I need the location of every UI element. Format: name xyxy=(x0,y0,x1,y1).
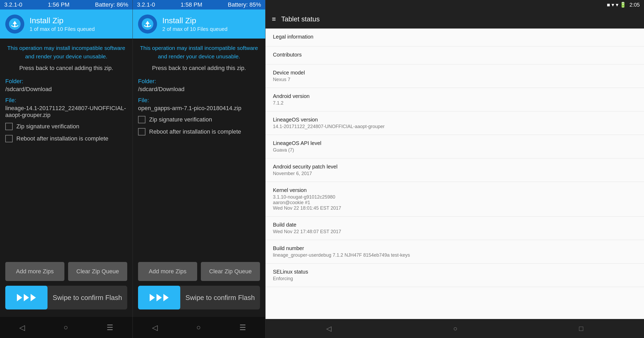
item-value: Enforcing xyxy=(273,276,637,281)
item-label: Legal information xyxy=(273,34,637,40)
panel-2: 3.2.1-0 1:58 PM Battery: 85% Install Zip… xyxy=(133,0,266,338)
item-value: November 6, 2017 xyxy=(273,171,637,176)
version-2: 3.2.1-0 xyxy=(137,1,155,8)
file-label-1: File: xyxy=(5,97,127,104)
home-icon-2[interactable]: ○ xyxy=(196,323,201,332)
list-item: LineageOS version 14.1-20171122_224807-U… xyxy=(266,111,644,135)
checkbox-row-2b: Reboot after installation is complete xyxy=(138,128,260,135)
clear-zip-queue-button-1[interactable]: Clear Zip Queue xyxy=(68,262,127,281)
home-icon-1[interactable]: ○ xyxy=(64,323,68,332)
zip-sig-label-2: Zip signature verification xyxy=(149,116,212,123)
time-2: 1:58 PM xyxy=(181,1,202,8)
title-sub-1: 1 of max of 10 Files queued xyxy=(30,26,95,32)
list-item: Legal information xyxy=(266,29,644,46)
recents-icon-1[interactable]: ☰ xyxy=(107,323,113,332)
list-item: Kernel version 3.1.10-nougat-g91012c2598… xyxy=(266,182,644,217)
file-label-2: File: xyxy=(138,97,260,104)
warning-text-1: This operation may install incompatible … xyxy=(5,44,127,60)
battery-2: Battery: 85% xyxy=(228,1,261,8)
item-label: LineageOS API level xyxy=(273,140,637,146)
tablet-status-icons: ■ ▾ ▾ 🔋 xyxy=(607,2,626,8)
app-title-1: Install Zip 1 of max of 10 Files queued xyxy=(30,16,95,32)
reboot-label-2: Reboot after installation is complete xyxy=(149,128,241,135)
play-arrow-1a xyxy=(17,294,22,301)
list-item: Android version 7.1.2 xyxy=(266,88,644,111)
tablet-recents-icon[interactable]: □ xyxy=(579,325,583,333)
item-value: 7.1.2 xyxy=(273,100,637,106)
item-value: Wed Nov 22 17:48:07 EST 2017 xyxy=(273,229,637,234)
swipe-confirm-button-2[interactable]: Swipe to confirm Flash xyxy=(138,286,260,309)
list-item: Build number lineage_grouper-userdebug 7… xyxy=(266,240,644,264)
version-1: 3.2.1-0 xyxy=(4,1,22,8)
list-item: Android security patch level November 6,… xyxy=(266,158,644,182)
folder-label-1: Folder: xyxy=(5,78,127,85)
item-value: Guava (7) xyxy=(273,147,637,153)
tablet-panel: ■ ▾ ▾ 🔋 2:05 ≡ Tablet status Legal infor… xyxy=(266,0,644,338)
item-label: Android version xyxy=(273,93,637,99)
add-more-zips-button-2[interactable]: Add more Zips xyxy=(138,262,197,281)
app-header-2: Install Zip 2 of max of 10 Files queued xyxy=(133,10,265,39)
hamburger-menu-icon[interactable]: ≡ xyxy=(272,15,276,23)
checkbox-row-1a: Zip signature verification xyxy=(5,123,127,130)
status-bar-1: 3.2.1-0 1:56 PM Battery: 86% xyxy=(0,0,132,10)
item-label: Contributors xyxy=(273,52,637,58)
cancel-text-2: Press back to cancel adding this zip. xyxy=(138,65,260,72)
item-value: lineage_grouper-userdebug 7.1.2 NJH47F 8… xyxy=(273,252,637,258)
item-label: Android security patch level xyxy=(273,164,637,170)
title-sub-2: 2 of max of 10 Files queued xyxy=(162,26,228,32)
battery-1: Battery: 86% xyxy=(95,1,128,8)
tablet-nav-bar: ◁ ○ □ xyxy=(266,319,644,338)
item-label: SELinux status xyxy=(273,269,637,275)
nav-bar-2: ◁ ○ ☰ xyxy=(133,317,265,338)
item-label: Kernel version xyxy=(273,187,637,193)
clear-zip-queue-button-2[interactable]: Clear Zip Queue xyxy=(201,262,260,281)
swipe-handle-1 xyxy=(5,286,48,309)
folder-section-2: Folder: /sdcard/Download xyxy=(138,78,260,93)
back-icon-2[interactable]: ◁ xyxy=(152,323,158,332)
item-label: Device model xyxy=(273,70,637,76)
tablet-home-icon[interactable]: ○ xyxy=(453,325,457,333)
list-item: LineageOS API level Guava (7) xyxy=(266,135,644,158)
reboot-checkbox-2[interactable] xyxy=(138,128,145,135)
warning-text-2: This operation may install incompatible … xyxy=(138,44,260,60)
tablet-time: 2:05 xyxy=(629,2,640,8)
swipe-text-1: Swipe to confirm Flash xyxy=(48,294,127,302)
file-value-2: open_gapps-arm-7.1-pico-20180414.zip xyxy=(138,105,260,112)
add-more-zips-button-1[interactable]: Add more Zips xyxy=(5,262,64,281)
file-value-1: lineage-14.1-20171122_224807-UNOFFICIAL-… xyxy=(5,105,127,119)
button-row-2: Add more Zips Clear Zip Queue xyxy=(138,262,260,281)
reboot-checkbox-1[interactable] xyxy=(5,135,13,142)
app-header-1: Install Zip 1 of max of 10 Files queued xyxy=(0,10,132,39)
app-icon-2 xyxy=(138,15,157,34)
back-icon-1[interactable]: ◁ xyxy=(19,323,25,332)
play-arrow-1b xyxy=(24,294,29,301)
checkbox-row-1b: Reboot after installation is complete xyxy=(5,135,127,142)
swipe-confirm-button-1[interactable]: Swipe to confirm Flash xyxy=(5,286,127,309)
file-section-1: File: lineage-14.1-20171122_224807-UNOFF… xyxy=(5,97,127,119)
panel-1: 3.2.1-0 1:56 PM Battery: 86% Install Zip… xyxy=(0,0,133,338)
status-bar-2: 3.2.1-0 1:58 PM Battery: 85% xyxy=(133,0,265,10)
list-item: Contributors xyxy=(266,46,644,64)
zip-sig-label-1: Zip signature verification xyxy=(16,123,79,130)
item-value: Nexus 7 xyxy=(273,77,637,82)
tablet-status-bar: ■ ▾ ▾ 🔋 2:05 xyxy=(266,0,644,10)
tablet-back-icon[interactable]: ◁ xyxy=(326,325,332,333)
zip-sig-checkbox-1[interactable] xyxy=(5,123,13,130)
title-main-2: Install Zip xyxy=(162,16,228,25)
swipe-text-2: Swipe to confirm Flash xyxy=(180,294,260,302)
swipe-handle-2 xyxy=(138,286,180,309)
content-1: This operation may install incompatible … xyxy=(0,39,132,317)
play-arrow-2a xyxy=(150,294,155,301)
item-label: Build number xyxy=(273,245,637,251)
list-item: Device model Nexus 7 xyxy=(266,64,644,88)
tablet-header: ≡ Tablet status xyxy=(266,10,644,29)
button-row-1: Add more Zips Clear Zip Queue xyxy=(5,262,127,281)
tablet-title: Tablet status xyxy=(281,15,320,23)
checkbox-row-2a: Zip signature verification xyxy=(138,116,260,123)
folder-label-2: Folder: xyxy=(138,78,260,85)
item-value: 3.1.10-nougat-g91012c25980aaron@cookie #… xyxy=(273,194,637,211)
recents-icon-2[interactable]: ☰ xyxy=(239,323,246,332)
play-arrow-2c xyxy=(163,294,169,301)
item-label: LineageOS version xyxy=(273,117,637,123)
zip-sig-checkbox-2[interactable] xyxy=(138,116,145,123)
